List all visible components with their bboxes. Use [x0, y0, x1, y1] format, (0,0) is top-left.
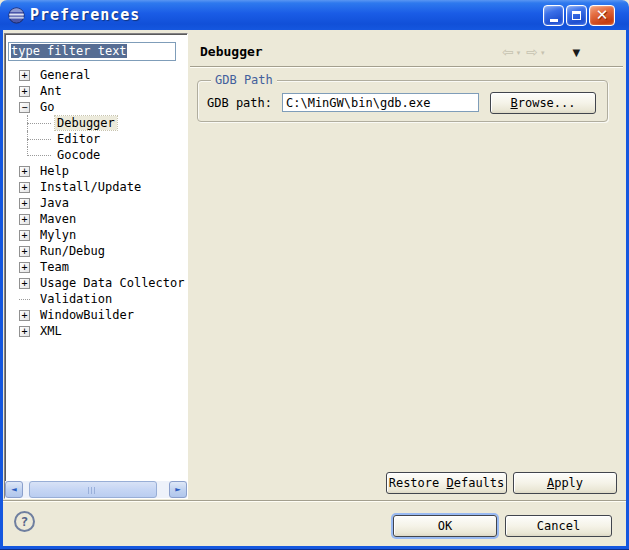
help-icon: ?: [21, 514, 29, 529]
minimize-icon: [550, 19, 558, 22]
expand-icon[interactable]: +: [19, 310, 30, 321]
gdb-path-label: GDB path:: [207, 94, 272, 112]
eclipse-icon: [8, 7, 25, 24]
scrollbar-thumb[interactable]: [29, 481, 157, 498]
window-border-bottom: [0, 546, 629, 550]
sidebar-item-label: Run/Debug: [38, 244, 107, 258]
tree-horizontal-scrollbar[interactable]: ◄ ►: [5, 481, 187, 498]
sidebar-item-label: Java: [38, 196, 71, 210]
help-button[interactable]: ?: [14, 511, 35, 532]
restore-accel: D: [446, 476, 453, 490]
gdb-path-group: GDB Path GDB path: Browse...: [197, 80, 608, 122]
expand-icon[interactable]: +: [19, 278, 30, 289]
expand-icon[interactable]: +: [19, 86, 30, 97]
restore-label-rest: efaults: [454, 476, 505, 490]
restore-defaults-button[interactable]: Restore Defaults: [386, 472, 507, 494]
sidebar-item-label: Usage Data Collector: [38, 276, 187, 290]
titlebar: Preferences ✕: [0, 0, 629, 30]
sidebar-item-label: Gocode: [55, 148, 102, 162]
apply-button[interactable]: Apply: [513, 472, 617, 494]
sidebar-item-label: XML: [38, 324, 64, 338]
page-title: Debugger: [200, 44, 263, 59]
sidebar-item-usage-data-collector[interactable]: +Usage Data Collector: [5, 275, 187, 291]
sidebar-item-go[interactable]: −Go: [5, 99, 187, 115]
sidebar-item-help[interactable]: +Help: [5, 163, 187, 179]
header-separator: [190, 66, 623, 68]
sidebar-item-label: General: [38, 68, 93, 82]
back-dropdown-icon[interactable]: ▾: [517, 49, 521, 57]
sidebar-item-label: Go: [38, 100, 56, 114]
expand-icon[interactable]: +: [19, 166, 30, 177]
gdb-path-input[interactable]: [282, 93, 479, 112]
maximize-icon: [572, 11, 581, 20]
browse-label-rest: rowse...: [518, 96, 576, 110]
sidebar-item-editor[interactable]: Editor: [5, 131, 187, 147]
sidebar-item-windowbuilder[interactable]: +WindowBuilder: [5, 307, 187, 323]
collapse-icon[interactable]: −: [19, 102, 30, 113]
expand-icon[interactable]: +: [19, 70, 30, 81]
sidebar-item-general[interactable]: +General: [5, 67, 187, 83]
close-button[interactable]: ✕: [589, 5, 615, 26]
scrollbar-grip-icon: [88, 487, 97, 494]
sidebar-item-team[interactable]: +Team: [5, 259, 187, 275]
sidebar-item-label: Maven: [38, 212, 78, 226]
view-menu-icon[interactable]: ▼: [573, 47, 581, 58]
expand-icon[interactable]: +: [19, 326, 30, 337]
scrollbar-right-arrow-icon[interactable]: ►: [169, 481, 187, 498]
sidebar-item-java[interactable]: +Java: [5, 195, 187, 211]
expand-icon[interactable]: +: [19, 214, 30, 225]
sidebar-item-mylyn[interactable]: +Mylyn: [5, 227, 187, 243]
cancel-button[interactable]: Cancel: [505, 515, 612, 537]
tree-connector: [19, 299, 30, 300]
expand-icon[interactable]: +: [19, 182, 30, 193]
apply-label-rest: pply: [554, 476, 583, 490]
restore-label: Restore: [389, 476, 447, 490]
sidebar-item-gocode[interactable]: Gocode: [5, 147, 187, 163]
forward-arrow-icon[interactable]: ⇨: [526, 44, 538, 60]
tree-connector: [27, 123, 51, 124]
expand-icon[interactable]: +: [19, 198, 30, 209]
expand-icon[interactable]: +: [19, 262, 30, 273]
footer-separator: [3, 500, 626, 502]
forward-dropdown-icon[interactable]: ▾: [541, 49, 545, 57]
header-nav: ⇦ ▾ ⇨ ▾ ▼: [502, 44, 580, 60]
apply-accel: A: [547, 476, 554, 490]
scrollbar-left-arrow-icon[interactable]: ◄: [5, 481, 23, 498]
sidebar-item-maven[interactable]: +Maven: [5, 211, 187, 227]
filter-selected-text: type filter text: [11, 44, 127, 58]
back-arrow-icon[interactable]: ⇦: [502, 44, 514, 60]
sidebar-item-debugger[interactable]: Debugger: [5, 115, 187, 131]
browse-button[interactable]: Browse...: [490, 92, 596, 114]
sidebar-item-label: Help: [38, 164, 71, 178]
sidebar-item-run-debug[interactable]: +Run/Debug: [5, 243, 187, 259]
expand-icon[interactable]: +: [19, 246, 30, 257]
tree-connector: [27, 139, 51, 140]
sidebar-item-label: Install/Update: [38, 180, 143, 194]
sidebar-item-label: Ant: [38, 84, 64, 98]
sidebar-item-label: Team: [38, 260, 71, 274]
maximize-button[interactable]: [566, 5, 587, 26]
close-icon: ✕: [596, 8, 609, 23]
sidebar-item-xml[interactable]: +XML: [5, 323, 187, 339]
sidebar-item-label: Debugger: [55, 116, 117, 130]
sidebar-item-label: Editor: [55, 132, 102, 146]
sidebar-item-ant[interactable]: +Ant: [5, 83, 187, 99]
sidebar-item-validation[interactable]: Validation: [5, 291, 187, 307]
tree-connector: [27, 155, 51, 156]
window-title: Preferences: [30, 6, 140, 24]
sidebar-item-label: Validation: [38, 292, 114, 306]
expand-icon[interactable]: +: [19, 230, 30, 241]
filter-input[interactable]: type filter text: [8, 42, 176, 61]
ok-button[interactable]: OK: [393, 515, 497, 537]
preferences-dialog: Preferences ✕ type filter text +General+…: [0, 0, 629, 550]
preferences-tree: +General+Ant−GoDebuggerEditorGocode+Help…: [5, 67, 187, 339]
sidebar-item-label: WindowBuilder: [38, 308, 136, 322]
minimize-button[interactable]: [543, 5, 564, 26]
sidebar-item-install-update[interactable]: +Install/Update: [5, 179, 187, 195]
sidebar-item-label: Mylyn: [38, 228, 78, 242]
group-title: GDB Path: [211, 73, 277, 87]
browse-accel: B: [510, 96, 517, 110]
